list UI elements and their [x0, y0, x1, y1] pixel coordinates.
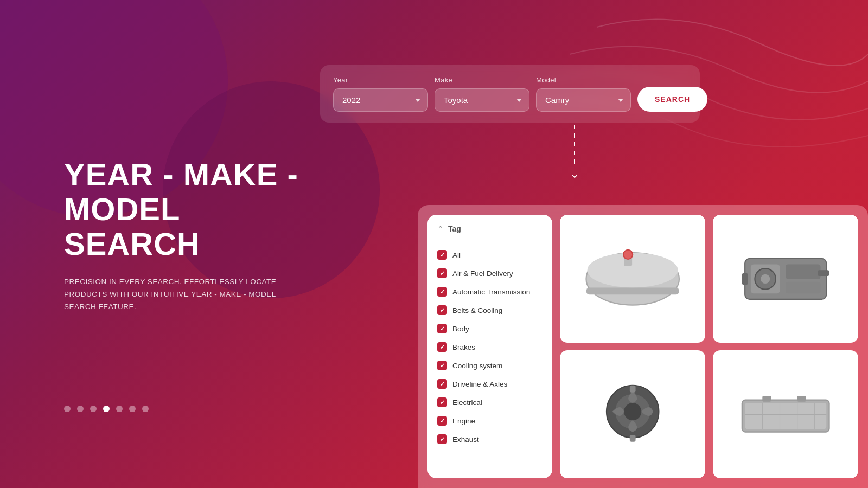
product-card-2[interactable]	[713, 215, 858, 343]
svg-point-10	[761, 274, 770, 283]
svg-rect-4	[586, 287, 679, 294]
filter-item-belts[interactable]: Belts & Cooling	[427, 301, 552, 319]
filter-item-auto-trans[interactable]: Automatic Transmission	[427, 282, 552, 301]
filter-label-auto-trans: Automatic Transmission	[452, 288, 530, 296]
svg-rect-16	[630, 385, 636, 392]
filter-item-exhaust[interactable]: Exhaust	[427, 430, 552, 448]
hero-title: YEAR - MAKE - MODEL SEARCH	[64, 157, 368, 261]
dashed-line	[574, 125, 575, 168]
svg-point-3	[623, 249, 633, 259]
filter-label-electrical: Electrical	[452, 399, 482, 407]
hero-title-line2: SEARCH	[64, 226, 200, 261]
svg-rect-7	[786, 264, 820, 279]
make-group: Make Toyota Honda Ford Chevrolet BMW	[435, 76, 529, 112]
filter-label-cooling: Cooling system	[452, 362, 502, 370]
checkbox-belts[interactable]	[437, 305, 447, 315]
results-panel: ⌃ Tag All Air & Fuel Delivery Automatic …	[418, 205, 868, 488]
dot-2[interactable]	[77, 406, 84, 412]
svg-rect-19	[745, 403, 826, 429]
filter-item-cooling[interactable]: Cooling system	[427, 356, 552, 375]
make-label: Make	[435, 76, 529, 84]
year-select-wrapper: 2022 2021 2020 2019 2018	[333, 88, 428, 112]
pagination-dots	[64, 406, 149, 412]
dot-6[interactable]	[129, 406, 136, 412]
filter-header: ⌃ Tag	[427, 224, 552, 241]
filter-item-all[interactable]: All	[427, 246, 552, 264]
hero-title-line1: YEAR - MAKE - MODEL	[64, 157, 298, 227]
checkbox-engine[interactable]	[437, 416, 447, 426]
dot-4-active[interactable]	[103, 406, 110, 412]
filter-sidebar: ⌃ Tag All Air & Fuel Delivery Automatic …	[427, 215, 552, 478]
products-grid	[552, 205, 868, 488]
dot-1[interactable]	[64, 406, 71, 412]
filter-label-all: All	[452, 251, 461, 259]
search-panel: Year 2022 2021 2020 2019 2018 Make Toyot…	[320, 65, 700, 123]
filter-item-air-fuel[interactable]: Air & Fuel Delivery	[427, 264, 552, 282]
svg-point-1	[587, 253, 678, 287]
svg-rect-17	[630, 435, 636, 442]
checkbox-air-fuel[interactable]	[437, 268, 447, 278]
hero-subtitle: PRECISION IN EVERY SEARCH. EFFORTLESSLY …	[64, 276, 368, 313]
svg-rect-26	[797, 396, 806, 402]
checkbox-brakes[interactable]	[437, 342, 447, 352]
hero-content: YEAR - MAKE - MODEL SEARCH PRECISION IN …	[64, 157, 368, 313]
checkbox-all[interactable]	[437, 250, 447, 260]
filter-label-belts: Belts & Cooling	[452, 306, 502, 314]
product-card-3[interactable]	[560, 350, 705, 478]
product-card-4[interactable]	[713, 350, 858, 478]
model-group: Model Camry Corolla RAV4 Highlander	[536, 76, 631, 112]
thermostat-image	[575, 363, 691, 466]
year-select[interactable]: 2022 2021 2020 2019 2018	[333, 88, 428, 112]
filter-item-driveline[interactable]: Driveline & Axles	[427, 375, 552, 393]
checkbox-electrical[interactable]	[437, 397, 447, 407]
filter-item-body[interactable]: Body	[427, 319, 552, 338]
svg-rect-25	[762, 396, 771, 402]
product-card-1[interactable]	[560, 215, 705, 343]
svg-rect-11	[818, 270, 829, 276]
filter-item-brakes[interactable]: Brakes	[427, 338, 552, 356]
make-select[interactable]: Toyota Honda Ford Chevrolet BMW	[435, 88, 529, 112]
arrow-down-icon: ⌄	[570, 168, 579, 180]
filter-label-brakes: Brakes	[452, 343, 475, 351]
checkbox-cooling[interactable]	[437, 361, 447, 370]
dot-3[interactable]	[90, 406, 97, 412]
battery-image	[727, 363, 844, 466]
svg-rect-12	[742, 273, 748, 284]
filter-label-driveline: Driveline & Axles	[452, 380, 507, 388]
filter-header-label: Tag	[448, 224, 461, 233]
filter-item-engine[interactable]: Engine	[427, 412, 552, 430]
checkbox-body[interactable]	[437, 324, 447, 333]
fuel-tank-image	[575, 228, 691, 330]
filter-label-exhaust: Exhaust	[452, 435, 479, 444]
checkbox-exhaust[interactable]	[437, 434, 447, 444]
model-select-wrapper: Camry Corolla RAV4 Highlander	[536, 88, 631, 112]
checkbox-driveline[interactable]	[437, 379, 447, 389]
filter-label-air-fuel: Air & Fuel Delivery	[452, 269, 513, 278]
make-select-wrapper: Toyota Honda Ford Chevrolet BMW	[435, 88, 529, 112]
dot-7[interactable]	[142, 406, 149, 412]
svg-rect-8	[786, 281, 820, 293]
year-group: Year 2022 2021 2020 2019 2018	[333, 76, 428, 112]
year-label: Year	[333, 76, 428, 84]
filter-item-electrical[interactable]: Electrical	[427, 393, 552, 412]
model-select[interactable]: Camry Corolla RAV4 Highlander	[536, 88, 631, 112]
svg-point-15	[624, 403, 641, 420]
search-button[interactable]: SEARCH	[637, 87, 707, 112]
filter-label-engine: Engine	[452, 417, 475, 425]
checkbox-auto-trans[interactable]	[437, 287, 447, 297]
filter-label-body: Body	[452, 325, 469, 333]
model-label: Model	[536, 76, 631, 84]
scroll-arrow: ⌄	[570, 125, 579, 180]
dot-5[interactable]	[116, 406, 123, 412]
transmission-image	[727, 228, 844, 330]
chevron-up-icon: ⌃	[437, 224, 444, 233]
